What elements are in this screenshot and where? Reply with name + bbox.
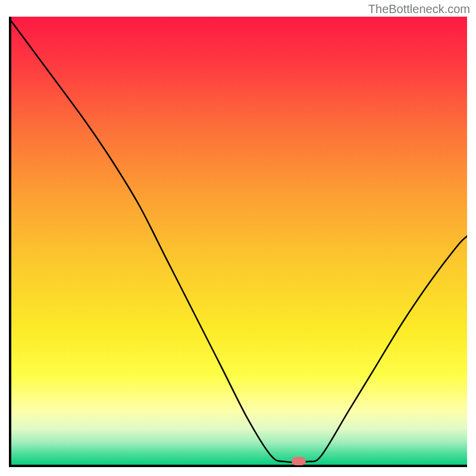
watermark-text: TheBottleneck.com xyxy=(368,2,470,16)
bottleneck-curve xyxy=(11,17,467,465)
optimal-point-marker xyxy=(292,457,306,465)
plot-area xyxy=(11,17,467,465)
